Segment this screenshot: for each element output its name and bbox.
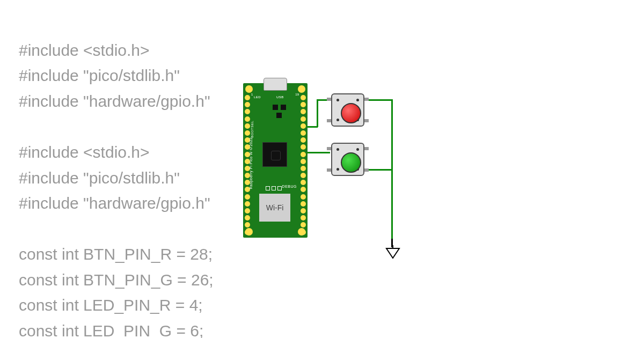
wifi-label: Wi-Fi [266,203,284,212]
wifi-module: Wi-Fi [259,194,290,222]
wire [391,99,393,169]
smd-component [281,105,286,110]
pin-number: 1 [251,93,253,96]
usb-connector [264,78,287,91]
led-label: LED [254,95,261,99]
wire [306,152,330,153]
wire [306,126,318,128]
debug-label: DEBUG [282,185,297,188]
button-body [331,143,364,176]
bootsel-label: BOOTSEL [251,121,254,138]
rp2040-chip [262,142,287,167]
code-line: #include "hardware/gpio.h" [19,89,214,114]
debug-pads [266,186,282,190]
board-name-text: Raspberry Pi Pico W ©2022 [249,137,253,189]
code-line: const int LED_PIN_G = 6; [19,318,214,338]
usb-label: USB [276,95,284,99]
smd-component [276,113,282,118]
button-body [331,93,364,127]
button-cap-red[interactable] [341,103,361,123]
code-line: #include <stdio.h> [19,139,214,165]
pin-number: 19 [295,93,299,96]
wire [367,99,392,101]
ground-symbol-icon [385,245,401,260]
mounting-hole [298,85,305,93]
pushbutton-red[interactable] [329,91,367,129]
wire [317,99,318,127]
button-cap-green[interactable] [341,152,361,173]
svg-marker-0 [386,248,399,258]
wire [391,169,393,240]
smd-component [273,105,278,110]
wire [367,169,392,171]
code-line: #include "pico/stdlib.h" [19,63,214,88]
code-line: const int BTN_PIN_G = 26; [19,267,214,292]
code-overlay: #include <stdio.h> #include "pico/stdlib… [19,38,214,338]
raspberry-pi-pico-w[interactable]: Wi-Fi DEBUG USB LED BOOTSEL Raspberry Pi… [243,83,308,238]
code-line: #include "hardware/gpio.h" [19,190,214,216]
code-line: const int LED_PIN_R = 4; [19,292,214,318]
pushbutton-green[interactable] [329,141,367,178]
code-line: const int BTN_PIN_R = 28; [19,241,214,267]
mounting-hole [245,85,253,93]
pin-header-right [301,95,306,235]
code-line: #include <stdio.h> [19,38,214,63]
code-line: #include "pico/stdlib.h" [19,165,214,190]
circuit-diagram[interactable]: Wi-Fi DEBUG USB LED BOOTSEL Raspberry Pi… [243,78,447,271]
